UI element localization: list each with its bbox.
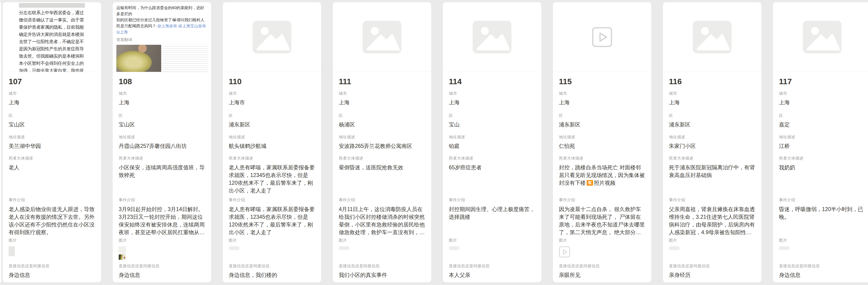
image-placeholder-icon: [333, 2, 431, 72]
field-value-event: 封控期间因生理、心理上极度痛苦，选择跳楼: [449, 206, 535, 236]
field-value-city: 上海: [669, 99, 755, 106]
image-thumbnail-area: [559, 246, 645, 262]
translate-link: 查看翻译: [116, 37, 208, 42]
field-label-source: 直接信息还是间接信息: [449, 263, 535, 269]
field-label-district: 区: [559, 113, 645, 118]
field-label-source: 直接信息还是间接信息: [779, 263, 865, 269]
field-label-event: 事件介绍: [339, 198, 425, 203]
field-label-source: 直接信息还是间接信息: [119, 263, 205, 269]
mention-link: @上海宝山发布: [177, 24, 206, 28]
field-value-city: 上海: [119, 99, 205, 106]
field-value-district: 宝山: [449, 121, 535, 128]
field-value-event: 3月9日起开始封控，3月14日解封。3月23日又一轮封控开始，期间这位保安始终没…: [119, 206, 205, 236]
card-cover: [223, 2, 321, 72]
card-number: 114: [449, 76, 535, 86]
incident-card[interactable]: 111 城市 上海 区 杨浦区 地址描述 安波路265弄兰花教师公寓南区 死者大…: [333, 2, 432, 283]
field-value-deceased: 晕倒昏迷，送医院抢救无效: [339, 164, 425, 194]
card-number: 115: [559, 76, 645, 86]
field-label-city: 城市: [339, 91, 425, 96]
field-label-city: 城市: [669, 91, 755, 96]
field-label-city: 城市: [559, 91, 645, 96]
field-value-source: 亲眼所见: [559, 272, 645, 279]
field-value-district: 宝山区: [9, 121, 95, 128]
field-label-city: 城市: [9, 91, 95, 96]
incident-card[interactable]: 115 城市 上海 区 浦东新区 地址描述 仁怡苑 死者大体描述 封控，跳楼自杀…: [553, 2, 652, 283]
field-label-image: 图片: [779, 238, 865, 243]
field-label-source: 直接信息还是间接信息: [339, 263, 425, 269]
field-label-source: 直接信息还是间接信息: [9, 263, 95, 269]
field-value-address: 航头镇鹤沙航城: [229, 143, 315, 149]
field-label-city: 城市: [779, 91, 865, 96]
field-label-image: 图片: [9, 238, 95, 243]
incident-card[interactable]: 110 城市 上海市 区 浦东新区 地址描述 航头镇鹤沙航城 死者大体描述 老人…: [222, 2, 321, 283]
incident-card[interactable]: 116 城市 上海 区 浦东新区 地址描述 朱家门小区 死者大体描述 死于浦东医…: [662, 2, 762, 283]
incident-card[interactable]: 分左右联系上中华西居委会，通过微信语音确认了这一事实。由于需要保护患者家属的隐私…: [2, 2, 101, 283]
field-label-deceased: 死者大体描述: [119, 156, 205, 161]
field-value-deceased: 65岁癌症患者: [449, 164, 535, 194]
previous-card-edge: [0, 2, 1, 283]
thumbnail-pill: [229, 246, 240, 250]
field-value-district: 浦东新区: [229, 121, 315, 128]
image-thumbnail-area: [229, 246, 315, 262]
field-label-address: 地址描述: [229, 135, 315, 140]
have-badge-icon: 有: [587, 180, 593, 186]
field-label-event: 事件介绍: [229, 198, 315, 203]
field-value-deceased: 死于浦东医院新冠隔离治疗中，有肾衰高血压封基础病: [669, 164, 755, 194]
field-label-image: 图片: [339, 238, 425, 243]
field-value-source: 本人父亲: [449, 272, 535, 279]
field-value-address: 铂庭: [449, 143, 535, 149]
field-label-address: 地址描述: [9, 135, 95, 140]
field-label-address: 地址描述: [339, 135, 425, 140]
card-cover: [773, 2, 868, 72]
field-value-district: 宝山区: [119, 121, 205, 128]
field-value-deceased: 封控，跳楼自杀当场死亡 对面楼邻居只看见听见现场情况，因为集体被封没有下楼有照片…: [559, 164, 645, 194]
field-value-district: 浦东新区: [559, 121, 645, 128]
card-cover: 分左右联系上中华西居委会，通过微信语音确认了这一事实。由于需要保护患者家属的隐私…: [3, 2, 101, 72]
card-number: 117: [779, 76, 865, 86]
field-value-city: 上海市: [229, 99, 315, 106]
incident-card[interactable]: 运输有时间，为什么跟居委会的60的菜能到，还好多是烂的 别的区都已经分发过几批物…: [113, 2, 212, 283]
thumbnail-pill: [779, 246, 790, 250]
field-value-district: 嘉定: [779, 121, 865, 128]
field-label-district: 区: [669, 113, 755, 118]
field-label-district: 区: [779, 113, 865, 118]
field-value-address: 安波路265弄兰花教师公寓南区: [339, 143, 425, 149]
field-label-district: 区: [229, 113, 315, 118]
card-cover: [663, 2, 762, 72]
field-value-city: 上海: [559, 99, 645, 106]
field-label-city: 城市: [119, 91, 205, 96]
field-label-source: 直接信息还是间接信息: [559, 263, 645, 269]
field-label-address: 地址描述: [559, 135, 645, 140]
image-placeholder-icon: [663, 2, 762, 72]
thumbnail-screenshot-small: [119, 246, 126, 254]
field-value-source: 身边信息，我们楼的: [229, 272, 315, 279]
card-cover: [443, 2, 541, 72]
mention-link: @上海发布: [157, 24, 177, 28]
field-label-address: 地址描述: [669, 135, 755, 140]
field-label-district: 区: [339, 113, 425, 118]
field-value-address: 朱家门小区: [669, 143, 755, 149]
field-value-deceased: 老人: [9, 164, 95, 194]
field-value-deceased: 小区保安，连续两周高强度值班，导致猝死: [119, 164, 205, 194]
field-label-event: 事件介绍: [779, 198, 865, 203]
post-photo: [116, 45, 161, 72]
field-label-event: 事件介绍: [669, 198, 755, 203]
field-value-event: 昏迷，呼吸微弱，120半小时到，已晚。: [779, 206, 865, 236]
field-value-deceased: 老人患有哮喘，家属联系居委报备要求就医，12345也表示尽快，但是120依然来不…: [229, 164, 315, 194]
incident-card[interactable]: 114 城市 上海 区 宝山 地址描述 铂庭 死者大体描述 65岁癌症患者 事件…: [442, 2, 541, 283]
card-cover: [333, 2, 431, 72]
field-value-district: 浦东新区: [669, 121, 755, 128]
incident-card[interactable]: 117 城市 上海 区 嘉定 地址描述 江桥 死者大体描述 我奶奶 事件介绍: [773, 2, 868, 283]
image-thumbnail-area: [779, 246, 865, 262]
field-value-deceased: 我奶奶: [779, 164, 865, 194]
field-value-city: 上海: [449, 99, 535, 106]
thumbnail-pill: [449, 246, 460, 250]
mention-link: ◎上海: [116, 30, 128, 34]
field-label-image: 图片: [229, 238, 315, 243]
screenshot-text: 分左右联系上中华西居委会，通过微信语音确认了这一事实。由于需要保护患者家属的隐私…: [19, 9, 85, 72]
image-placeholder-icon: [443, 2, 541, 72]
image-placeholder-icon: [223, 2, 321, 72]
card-number: 108: [119, 76, 205, 86]
field-label-city: 城市: [449, 91, 535, 96]
post-text-line: 运输有时间，为什么跟居委会的60的菜能到，还好多是烂的: [116, 5, 208, 17]
